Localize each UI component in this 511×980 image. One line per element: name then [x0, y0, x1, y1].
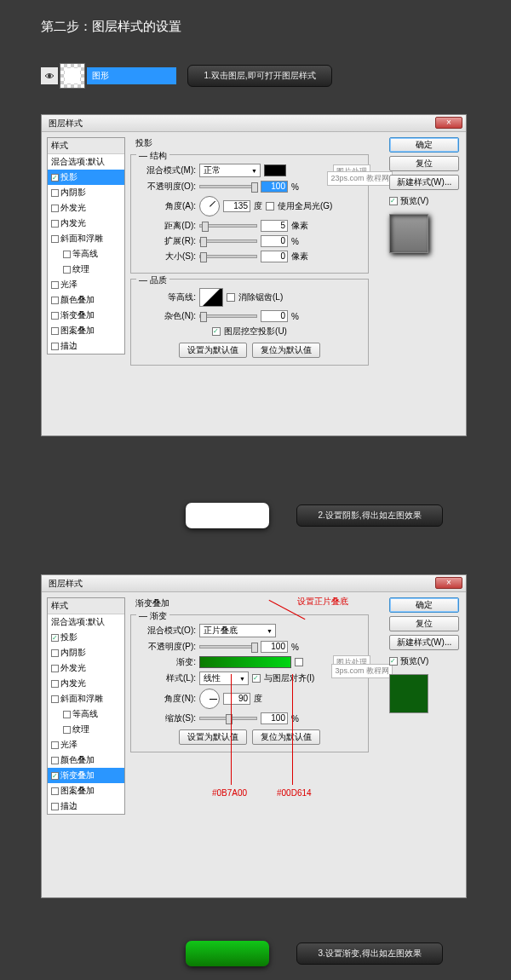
checkbox-icon[interactable] [51, 343, 59, 350]
gradient-picker[interactable] [199, 656, 291, 668]
style-row-bevel[interactable]: 斜面和浮雕 [48, 231, 124, 246]
style-row-pattern-overlay[interactable]: 图案叠加 [48, 323, 124, 338]
reverse-checkbox[interactable] [295, 658, 303, 666]
checkbox-icon[interactable] [63, 266, 71, 274]
style-row-satin[interactable]: 光泽 [48, 737, 124, 752]
blend-options-row[interactable]: 混合选项:默认 [48, 614, 124, 630]
knockout-checkbox[interactable] [212, 327, 221, 336]
checkbox-icon[interactable] [51, 665, 59, 672]
align-checkbox[interactable] [252, 674, 261, 683]
blend-mode-select[interactable]: 正常 [199, 164, 261, 177]
style-row-color-overlay[interactable]: 颜色叠加 [48, 752, 124, 768]
style-row-inner-shadow[interactable]: 内阴影 [48, 185, 124, 200]
checkbox-icon[interactable] [51, 327, 59, 335]
blend-mode-select[interactable]: 正片叠底 [199, 624, 276, 637]
style-row-inner-shadow[interactable]: 内阴影 [48, 645, 124, 660]
preview-checkbox[interactable] [389, 197, 398, 205]
style-row-outer-glow[interactable]: 外发光 [48, 660, 124, 676]
checkbox-icon[interactable] [51, 634, 59, 642]
style-row-contour[interactable]: 等高线 [48, 246, 124, 262]
style-row-texture[interactable]: 纹理 [48, 262, 124, 277]
opacity-slider[interactable] [199, 645, 257, 649]
checkbox-icon[interactable] [51, 235, 59, 243]
style-row-stroke[interactable]: 描边 [48, 798, 124, 814]
angle-dial[interactable] [199, 689, 220, 709]
instruction-badge-1: 1.双击图层,即可打开图层样式 [187, 65, 332, 87]
gradient-style-select[interactable]: 线性 [199, 672, 249, 685]
opacity-slider[interactable] [199, 185, 257, 188]
checkbox-icon[interactable] [51, 741, 59, 749]
checkbox-icon[interactable] [51, 787, 59, 795]
spread-slider[interactable] [199, 239, 257, 243]
close-icon[interactable]: × [435, 577, 462, 589]
blend-options-row[interactable]: 混合选项:默认 [48, 154, 124, 170]
dialog-titlebar[interactable]: 图层样式 × [42, 115, 466, 132]
noise-input[interactable]: 0 [261, 310, 288, 322]
angle-dial[interactable] [199, 196, 220, 216]
style-row-pattern-overlay[interactable]: 图案叠加 [48, 783, 124, 798]
set-default-button[interactable]: 设置为默认值 [179, 343, 247, 358]
contour-picker[interactable] [199, 288, 223, 307]
style-row-bevel[interactable]: 斜面和浮雕 [48, 691, 124, 706]
style-row-outer-glow[interactable]: 外发光 [48, 200, 124, 216]
antialias-checkbox[interactable] [227, 293, 235, 302]
style-row-texture[interactable]: 纹理 [48, 722, 124, 737]
shadow-color-swatch[interactable] [264, 164, 286, 176]
scale-input[interactable]: 100 [261, 712, 288, 724]
size-input[interactable]: 0 [261, 251, 288, 262]
checkbox-icon[interactable] [51, 695, 59, 703]
cancel-button[interactable]: 复位 [389, 156, 459, 171]
dialog-titlebar[interactable]: 图层样式 × [42, 575, 466, 592]
style-row-satin[interactable]: 光泽 [48, 277, 124, 292]
checkbox-icon[interactable] [63, 711, 71, 718]
opacity-input[interactable]: 100 [261, 641, 288, 653]
close-icon[interactable]: × [435, 117, 462, 129]
ok-button[interactable]: 确定 [389, 137, 459, 153]
ok-button[interactable]: 确定 [389, 597, 459, 613]
checkbox-icon[interactable] [51, 281, 59, 289]
global-light-checkbox[interactable] [266, 202, 274, 210]
style-row-color-overlay[interactable]: 颜色叠加 [48, 292, 124, 308]
size-slider[interactable] [199, 255, 257, 258]
checkbox-icon[interactable] [51, 312, 59, 320]
checkbox-icon[interactable] [51, 174, 59, 182]
reset-default-button[interactable]: 复位为默认值 [252, 729, 320, 745]
visibility-eye-icon[interactable] [41, 67, 58, 84]
scale-slider[interactable] [199, 717, 257, 720]
checkbox-icon[interactable] [51, 772, 59, 780]
new-style-button[interactable]: 新建样式(W)... [389, 635, 459, 650]
angle-label: 角度(N): [138, 693, 196, 705]
checkbox-icon[interactable] [51, 803, 59, 810]
style-row-gradient-overlay[interactable]: 渐变叠加 [48, 768, 124, 783]
preview-checkbox[interactable] [389, 657, 398, 666]
style-row-gradient-overlay[interactable]: 渐变叠加 [48, 308, 124, 323]
spread-input[interactable]: 0 [261, 235, 288, 247]
checkbox-icon[interactable] [51, 297, 59, 304]
checkbox-icon[interactable] [63, 251, 71, 258]
checkbox-icon[interactable] [51, 220, 59, 228]
layer-thumbnail[interactable] [60, 63, 85, 89]
distance-input[interactable]: 5 [261, 220, 288, 232]
style-row-stroke[interactable]: 描边 [48, 338, 124, 354]
angle-input[interactable]: 90 [223, 693, 250, 705]
checkbox-icon[interactable] [51, 680, 59, 688]
checkbox-icon[interactable] [51, 189, 59, 197]
style-row-inner-glow[interactable]: 内发光 [48, 216, 124, 231]
checkbox-icon[interactable] [51, 649, 59, 657]
set-default-button[interactable]: 设置为默认值 [179, 729, 247, 745]
style-row-inner-glow[interactable]: 内发光 [48, 676, 124, 691]
cancel-button[interactable]: 复位 [389, 616, 459, 631]
new-style-button[interactable]: 新建样式(W)... [389, 175, 459, 190]
checkbox-icon[interactable] [51, 757, 59, 764]
angle-input[interactable]: 135 [223, 200, 250, 212]
layer-name-label[interactable]: 图形 [87, 67, 176, 84]
style-row-drop-shadow[interactable]: 投影 [48, 170, 124, 185]
style-row-drop-shadow[interactable]: 投影 [48, 630, 124, 645]
style-row-contour[interactable]: 等高线 [48, 706, 124, 722]
checkbox-icon[interactable] [51, 205, 59, 212]
opacity-input[interactable]: 100 [261, 181, 288, 193]
noise-slider[interactable] [199, 314, 257, 318]
checkbox-icon[interactable] [63, 726, 71, 734]
reset-default-button[interactable]: 复位为默认值 [252, 343, 320, 358]
distance-slider[interactable] [199, 224, 257, 228]
